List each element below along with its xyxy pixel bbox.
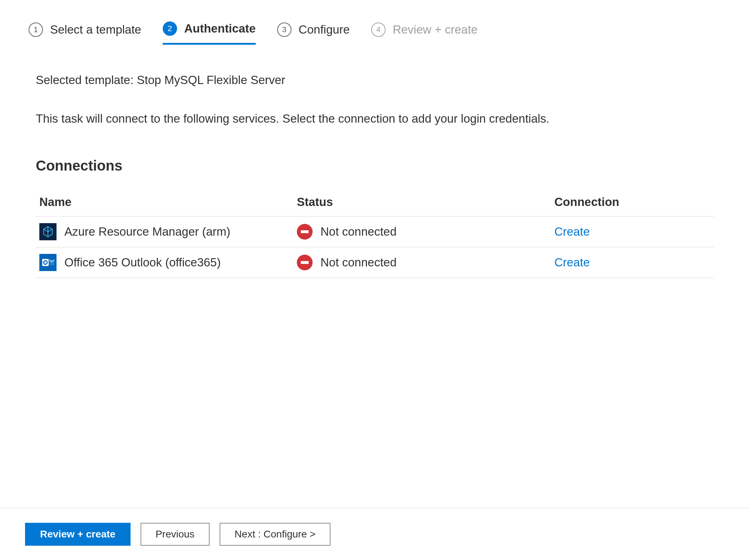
wizard-footer: Review + create Previous Next : Configur… (0, 508, 750, 560)
svg-rect-7 (301, 261, 309, 264)
tab-select-template[interactable]: 1 Select a template (29, 23, 141, 44)
tab-label-4: Review + create (393, 23, 478, 36)
status-cell: Not connected (297, 224, 554, 240)
review-create-button[interactable]: Review + create (25, 523, 131, 546)
svg-rect-2 (301, 230, 309, 233)
tab-number-4: 4 (371, 23, 386, 37)
status-text: Not connected (320, 256, 397, 269)
connection-name: Azure Resource Manager (arm) (64, 225, 230, 239)
header-name: Name (39, 195, 297, 209)
selected-template-text: Selected template: Stop MySQL Flexible S… (36, 73, 714, 87)
table-header: Name Status Connection (36, 195, 714, 217)
wizard-tabs: 1 Select a template 2 Authenticate 3 Con… (29, 21, 721, 45)
name-cell: Azure Resource Manager (arm) (39, 223, 297, 240)
azure-resource-manager-icon (39, 223, 57, 240)
table-row: Azure Resource Manager (arm) Not connect… (36, 217, 714, 247)
tab-label-2: Authenticate (184, 22, 256, 35)
error-icon (297, 224, 313, 240)
connection-name: Office 365 Outlook (office365) (64, 256, 221, 269)
previous-button[interactable]: Previous (141, 523, 210, 546)
create-link[interactable]: Create (554, 256, 590, 269)
tab-number-1: 1 (29, 23, 43, 37)
name-cell: Office 365 Outlook (office365) (39, 254, 297, 271)
header-connection: Connection (554, 195, 714, 209)
tab-number-2: 2 (163, 21, 177, 36)
create-link[interactable]: Create (554, 225, 590, 238)
status-cell: Not connected (297, 255, 554, 270)
status-text: Not connected (320, 225, 397, 239)
tab-review-create: 4 Review + create (371, 23, 478, 44)
header-status: Status (297, 195, 554, 209)
description-text: This task will connect to the following … (36, 112, 714, 126)
next-button[interactable]: Next : Configure > (220, 523, 330, 546)
tab-number-3: 3 (277, 23, 291, 37)
tab-label-3: Configure (299, 23, 350, 36)
tab-configure[interactable]: 3 Configure (277, 23, 350, 44)
error-icon (297, 255, 313, 270)
connections-table: Name Status Connection Azure Resource Ma… (36, 195, 714, 278)
office-365-outlook-icon (39, 254, 57, 271)
tab-label-1: Select a template (50, 23, 141, 36)
connections-heading: Connections (36, 158, 714, 174)
table-row: Office 365 Outlook (office365) Not conne… (36, 247, 714, 278)
tab-authenticate[interactable]: 2 Authenticate (163, 21, 256, 45)
